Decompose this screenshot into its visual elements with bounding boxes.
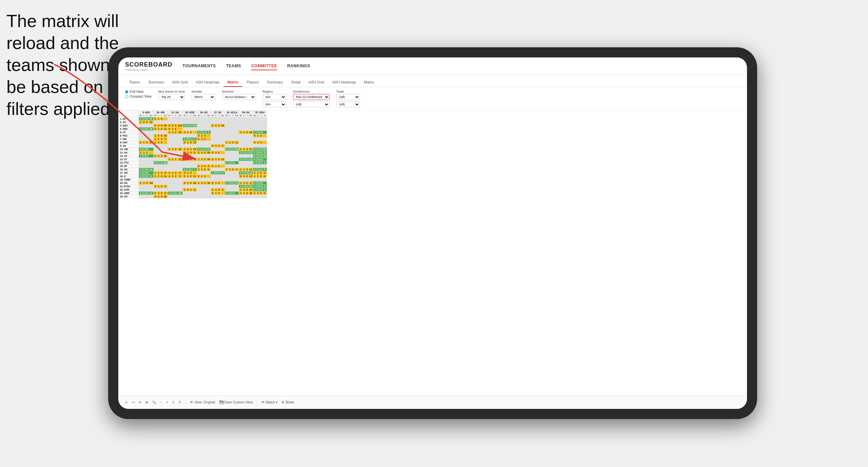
cell-20-3-3	[192, 185, 197, 188]
conference-select2[interactable]: (All)	[293, 101, 330, 107]
cell-12-7-0: 2	[239, 158, 243, 161]
zoom-in-btn[interactable]: 🔍	[152, 400, 156, 404]
cell-20-5-1	[214, 185, 217, 188]
cell-17-7-0: 0	[239, 175, 243, 178]
cell-14-6-3	[235, 165, 239, 168]
team-select2[interactable]: (All)	[336, 101, 360, 107]
cell-22-6-0: 1	[225, 192, 228, 195]
cell-15-7-0: 1	[239, 168, 243, 171]
cell-22-2-1: 1	[171, 192, 174, 195]
cell-1-6-2	[232, 121, 235, 124]
cell-13-7-3	[248, 161, 253, 165]
cell-3-8-0	[253, 127, 257, 131]
cell-7-6-3: 11	[235, 141, 239, 144]
cell-8-8-2	[260, 144, 263, 148]
cell-21-4-0	[197, 188, 200, 192]
tab-matrix2[interactable]: Matrix	[360, 78, 378, 87]
cell-19-4-2: 0	[203, 181, 207, 185]
conference-select[interactable]: Pac-12 Conference (All)	[293, 94, 330, 100]
cell-8-7-3	[248, 144, 253, 148]
cell-8-6-2	[232, 144, 235, 148]
cell-22-5-0: 0	[211, 192, 215, 195]
cell-8-7-0	[239, 144, 243, 148]
view-original-btn[interactable]: 👁 View: Original	[190, 400, 215, 404]
cell-22-7-0: 1	[239, 192, 243, 195]
timer-btn[interactable]: ⏱	[178, 400, 182, 404]
cell-16-7-0: 3	[239, 171, 243, 175]
cell-3-8-2	[260, 127, 263, 131]
undo-btn[interactable]: ↩	[125, 400, 128, 404]
cell-23-2-3	[177, 195, 183, 198]
cell-15-8-0: 2	[253, 168, 257, 171]
tab-summary2[interactable]: Summary	[263, 78, 287, 87]
cell-6-8-0	[253, 138, 257, 141]
cell-19-8-1: 0	[257, 181, 260, 185]
nav-rankings[interactable]: RANKINGS	[287, 62, 310, 70]
cell-0-6-3	[235, 117, 239, 121]
tab-h2h-grid2[interactable]: H2H Grid	[305, 78, 328, 87]
sub-t7: T	[232, 114, 235, 117]
cell-0-8-2	[260, 117, 263, 121]
cell-2-8-1	[257, 124, 260, 127]
cell-9-7-0: 1	[239, 148, 243, 151]
cell-9-6-2: 0	[232, 148, 235, 151]
save-custom-btn[interactable]: 💾 Save Custom View	[219, 400, 253, 404]
add-btn[interactable]: ⊕	[145, 400, 148, 404]
zoom-level: 1	[172, 400, 174, 404]
zoom-out-btn[interactable]: −	[160, 400, 162, 404]
cell-7-8-1: 1	[257, 141, 260, 144]
cell-2-6-3	[235, 124, 239, 127]
table-row: 19. TAMU	[119, 178, 267, 181]
cell-9-8-1: 1	[257, 148, 260, 151]
cell-16-8-3: 0	[263, 171, 267, 175]
cell-7-7-1	[242, 141, 245, 144]
cell-12-7-1: 0	[242, 158, 245, 161]
cell-22-5-1: 1	[214, 192, 217, 195]
cell-6-7-1	[242, 138, 245, 141]
cell-19-0-3: -34	[148, 181, 153, 185]
cell-19-7-0: 1	[239, 181, 243, 185]
cell-15-8-3: 0	[263, 168, 267, 171]
redo-btn[interactable]: ↪	[132, 400, 135, 404]
cell-20-1-0: 0	[153, 185, 157, 188]
cell-7-6-2: 0	[232, 141, 235, 144]
cell-21-7-3: 44	[248, 188, 253, 192]
nav-committee[interactable]: COMMITTEE	[251, 62, 277, 70]
cell-17-6-2	[232, 175, 235, 178]
refresh-btn[interactable]: ↺	[139, 400, 141, 404]
cell-16-8-0: 1	[253, 171, 257, 175]
tab-detail[interactable]: Detail	[287, 78, 305, 87]
cell-21-0-1	[142, 188, 145, 192]
share-btn[interactable]: ⬆ Share	[282, 400, 294, 404]
cell-21-8-1: 0	[257, 188, 260, 192]
region-select2[interactable]: N/A	[263, 101, 286, 107]
cell-18-6-2	[232, 178, 235, 181]
team-select[interactable]: (All)	[336, 94, 360, 100]
cell-18-4-0	[197, 178, 200, 181]
team-filter: Team (All) (All)	[336, 90, 360, 107]
cell-19-0-0: 1	[139, 181, 143, 185]
zoom-plus-btn[interactable]: +	[166, 400, 168, 404]
cell-20-6-3	[235, 185, 239, 188]
tab-h2h-heatmap2[interactable]: H2H Heatmap	[328, 78, 360, 87]
cell-20-7-3: 14	[248, 185, 253, 188]
cell-23-4-0	[197, 195, 200, 198]
cell-21-5-2: 0	[217, 188, 220, 192]
cell-18-2-1	[171, 178, 174, 181]
cell-18-3-2	[189, 178, 192, 181]
cell-13-7-1	[242, 161, 245, 165]
cell-11-7-1	[242, 154, 245, 158]
cell-5-7-3	[248, 134, 253, 138]
cell-20-3-1	[186, 185, 189, 188]
watch-btn[interactable]: 👁 Watch ▾	[261, 400, 278, 404]
cell-15-7-1: 1	[242, 168, 245, 171]
sub-w8: W	[239, 114, 243, 117]
cell-12-6-3	[235, 158, 239, 161]
tab-players[interactable]: Players	[242, 78, 263, 87]
cell-19-6-3: 13	[235, 181, 239, 185]
cell-2-8-2	[260, 124, 263, 127]
cell-20-1-3: 0	[163, 185, 168, 188]
cell-22-3-1	[186, 192, 189, 195]
cell-23-5-1	[214, 195, 217, 198]
region-select[interactable]: N/A East West	[263, 94, 286, 100]
